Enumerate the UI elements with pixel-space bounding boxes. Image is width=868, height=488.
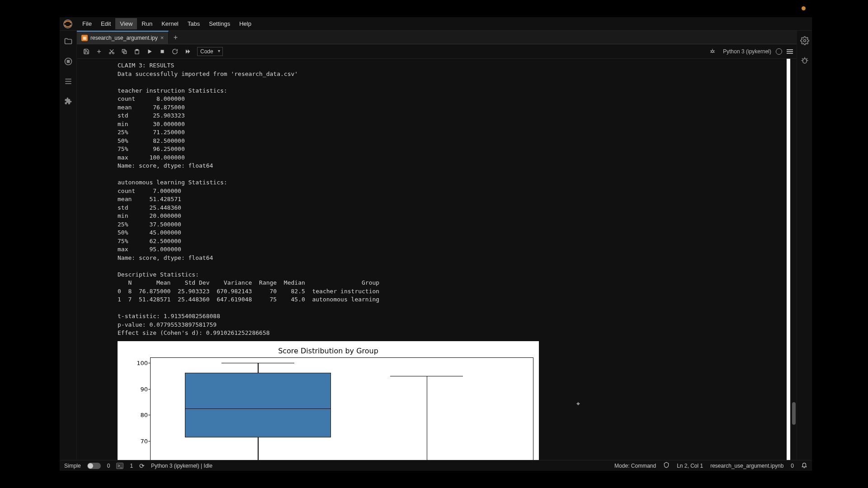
- add-cell-button[interactable]: [93, 46, 105, 57]
- alert-count[interactable]: 0: [107, 463, 110, 469]
- save-button[interactable]: [80, 46, 92, 57]
- boxplot-box: [185, 373, 330, 438]
- notebook-icon: ▦: [81, 35, 88, 41]
- jupyterlab-window: FileEditViewRunKernelTabsSettingsHelp ▦: [60, 17, 812, 471]
- bell-icon[interactable]: [801, 462, 807, 469]
- new-tab-button[interactable]: +: [169, 31, 182, 44]
- kernel-status-text[interactable]: Python 3 (ipykernel) | Idle: [151, 463, 212, 469]
- warning-count[interactable]: 0: [791, 463, 794, 469]
- svg-marker-19: [188, 49, 190, 53]
- restart-run-all-button[interactable]: [182, 46, 193, 57]
- restart-button[interactable]: [169, 46, 181, 57]
- window-minimize-dot[interactable]: [802, 6, 806, 10]
- svg-line-23: [714, 50, 715, 51]
- left-sidebar-rail: [60, 31, 77, 460]
- svg-line-32: [806, 58, 807, 60]
- run-button[interactable]: [144, 46, 156, 57]
- scrollbar-thumb[interactable]: [792, 402, 796, 425]
- jupyter-logo[interactable]: [62, 19, 73, 29]
- menu-file[interactable]: File: [78, 18, 96, 29]
- svg-line-22: [711, 50, 712, 51]
- sync-icon[interactable]: ⟳: [139, 462, 145, 469]
- menu-view[interactable]: View: [115, 18, 137, 29]
- terminal-count[interactable]: 1: [130, 463, 133, 469]
- folder-icon[interactable]: [64, 37, 73, 46]
- bug-icon[interactable]: [707, 46, 718, 57]
- svg-rect-2: [67, 61, 69, 63]
- running-terminals-icon[interactable]: [64, 57, 73, 66]
- filename-indicator[interactable]: research_use_argument.ipynb: [710, 463, 783, 469]
- line-col-indicator[interactable]: Ln 2, Col 1: [677, 463, 703, 469]
- trusted-icon[interactable]: [663, 462, 670, 469]
- close-icon[interactable]: ×: [160, 34, 164, 41]
- menu-help[interactable]: Help: [235, 18, 256, 29]
- svg-point-20: [712, 50, 714, 52]
- notebook-panel[interactable]: CLAIM 3: RESULTS Data successfully impor…: [77, 59, 797, 460]
- svg-line-31: [802, 58, 803, 60]
- extensions-icon[interactable]: [64, 97, 73, 106]
- cell-type-select[interactable]: Code: [197, 47, 223, 56]
- menu-edit[interactable]: Edit: [96, 18, 115, 29]
- svg-rect-17: [161, 50, 164, 53]
- boxplot-figure: Score Distribution by Group es 708090100: [118, 341, 539, 460]
- copy-button[interactable]: [118, 46, 130, 57]
- menu-settings[interactable]: Settings: [204, 18, 235, 29]
- kernel-name[interactable]: Python 3 (ipykernel): [723, 48, 771, 55]
- menu-kernel[interactable]: Kernel: [157, 18, 183, 29]
- ytick-label: 90: [132, 385, 148, 392]
- svg-line-25: [714, 52, 715, 52]
- debug-icon[interactable]: [800, 56, 809, 65]
- paste-button[interactable]: [131, 46, 143, 57]
- tab-bar: ▦ research_use_argument.ipy × +: [77, 31, 797, 44]
- ytick-label: 80: [132, 412, 148, 418]
- mode-indicator: Mode: Command: [614, 463, 656, 469]
- svg-line-24: [711, 52, 712, 52]
- boxplot-median: [185, 408, 330, 409]
- gear-icon[interactable]: [800, 36, 809, 45]
- svg-marker-16: [148, 49, 152, 53]
- toolbar-more-icon[interactable]: [787, 49, 793, 54]
- stop-button[interactable]: [156, 46, 168, 57]
- notebook-toolbar: Code Python 3 (ipykernel): [77, 44, 797, 59]
- ytick-label: 70: [132, 437, 148, 444]
- cut-button[interactable]: [106, 46, 118, 57]
- tab-label: research_use_argument.ipy: [90, 35, 158, 41]
- kernel-status-icon[interactable]: [776, 48, 782, 55]
- status-bar: Simple 0 >_ 1 ⟳ Python 3 (ipykernel) | I…: [60, 460, 812, 471]
- right-sidebar-rail: [797, 31, 812, 460]
- simple-mode-toggle[interactable]: [87, 463, 101, 469]
- menu-tabs[interactable]: Tabs: [183, 18, 204, 29]
- terminal-icon[interactable]: >_: [116, 463, 123, 469]
- cell-collapser-bar[interactable]: [787, 59, 790, 460]
- notebook-tab[interactable]: ▦ research_use_argument.ipy ×: [77, 31, 169, 44]
- plot-title: Score Distribution by Group: [118, 347, 539, 355]
- simple-mode-label: Simple: [64, 463, 81, 469]
- svg-rect-27: [802, 59, 806, 63]
- toc-icon[interactable]: [64, 77, 73, 86]
- menu-run[interactable]: Run: [137, 18, 157, 29]
- menu-bar: FileEditViewRunKernelTabsSettingsHelp: [60, 17, 812, 31]
- ytick-label: 100: [132, 360, 148, 366]
- svg-marker-18: [186, 49, 188, 53]
- cell-output-text: CLAIM 3: RESULTS Data successfully impor…: [118, 61, 797, 338]
- svg-point-26: [803, 40, 806, 42]
